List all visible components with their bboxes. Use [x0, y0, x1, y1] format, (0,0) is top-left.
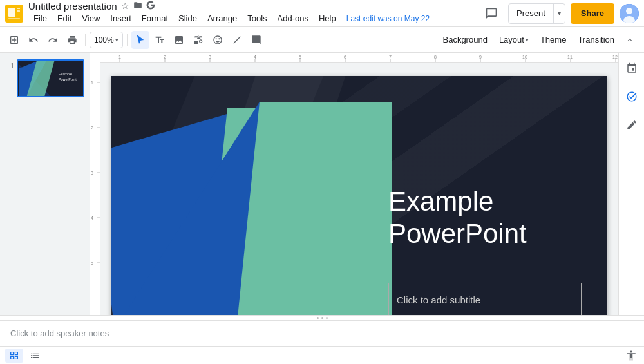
slide-title[interactable]: Example PowerPoint [388, 186, 527, 251]
svg-text:12: 12 [612, 55, 618, 59]
line-tool-button[interactable] [228, 31, 246, 49]
text-tool-button[interactable] [151, 31, 169, 49]
present-main-button[interactable]: Present [509, 4, 554, 23]
handle-dot-1 [317, 317, 319, 319]
collapse-toolbar-button[interactable] [621, 31, 639, 49]
vertical-ruler: 1 2 3 4 5 [90, 63, 100, 315]
title-bar-left: Untitled presentation ☆ File Edit View I… [5, 1, 480, 26]
avatar[interactable] [620, 4, 639, 23]
notes-wrapper: Click to add speaker notes [0, 315, 644, 346]
add-slide-button[interactable] [5, 31, 23, 49]
shapes-button[interactable] [189, 31, 207, 49]
last-edit[interactable]: Last edit was on May 22 [341, 12, 435, 26]
theme-button[interactable]: Theme [535, 31, 571, 49]
svg-point-6 [626, 8, 632, 14]
layout-button[interactable]: Layout ▾ [494, 31, 534, 49]
svg-text:3: 3 [91, 171, 93, 175]
slide-svg-shapes [111, 76, 607, 315]
folder-icon[interactable] [133, 1, 142, 11]
title-area: Untitled presentation ☆ File Edit View I… [28, 1, 435, 26]
drive-icon[interactable] [146, 1, 155, 11]
svg-rect-16 [100, 53, 618, 63]
svg-rect-1 [8, 8, 15, 17]
handle-dot-2 [321, 317, 323, 319]
share-button[interactable]: Share [571, 3, 614, 24]
menu-view[interactable]: View [77, 11, 105, 26]
ruler-corner [90, 53, 100, 63]
undo-button[interactable] [24, 31, 43, 49]
chat-button[interactable] [480, 2, 503, 25]
menu-bar: File Edit View Insert Format Slide Arran… [28, 11, 435, 26]
pencil-icon-button[interactable] [621, 115, 642, 135]
menu-slide[interactable]: Slide [173, 11, 202, 26]
menu-arrange[interactable]: Arrange [202, 11, 242, 26]
svg-text:4: 4 [91, 216, 93, 220]
svg-text:2: 2 [164, 55, 166, 59]
notes-handle-dots [317, 317, 328, 319]
present-button-group: Present ▾ [508, 3, 565, 24]
svg-rect-2 [17, 8, 20, 9]
image-button[interactable] [170, 31, 188, 49]
svg-text:Example: Example [59, 72, 72, 76]
zoom-arrow: ▾ [115, 37, 118, 43]
emoji-button[interactable] [209, 31, 227, 49]
slide-subtitle-box[interactable]: Click to add subtitle [388, 283, 582, 315]
slide-1-thumbnail[interactable]: Example PowerPoint [17, 59, 84, 97]
svg-text:9: 9 [479, 55, 482, 59]
handle-dot-3 [326, 317, 328, 319]
title-bar-right: Present ▾ Share [480, 2, 639, 25]
menu-addons[interactable]: Add-ons [272, 11, 314, 26]
svg-text:11: 11 [567, 55, 573, 59]
bottom-left [5, 349, 44, 363]
background-button[interactable]: Background [437, 31, 492, 49]
notes-resize-handle[interactable] [0, 315, 644, 320]
slide-subtitle-text: Click to add subtitle [397, 294, 480, 305]
list-view-button[interactable] [26, 349, 44, 363]
print-button[interactable] [63, 31, 81, 49]
calendar-icon-button[interactable] [621, 58, 642, 79]
menu-help[interactable]: Help [314, 11, 341, 26]
menu-insert[interactable]: Insert [105, 11, 137, 26]
menu-edit[interactable]: Edit [52, 11, 77, 26]
menu-format[interactable]: Format [137, 11, 173, 26]
svg-text:4: 4 [254, 55, 256, 59]
tasks-icon-button[interactable] [621, 86, 642, 107]
toolbar-divider-1 [85, 34, 86, 46]
canvas-with-rulers: 1 2 3 4 5 6 7 8 [90, 53, 618, 315]
svg-text:5: 5 [91, 261, 93, 265]
zoom-control[interactable]: 100% ▾ [90, 32, 123, 48]
main-slide[interactable]: Example PowerPoint Click to add subtitle [111, 76, 607, 315]
svg-text:1: 1 [118, 55, 121, 59]
slides-panel: 1 Example PowerPoint [0, 53, 90, 315]
menu-tools[interactable]: Tools [242, 11, 272, 26]
comment-button[interactable] [247, 31, 265, 49]
grid-view-button[interactable] [5, 349, 23, 363]
svg-text:7: 7 [389, 55, 392, 59]
notes-placeholder: Click to add speaker notes [10, 329, 109, 338]
bottom-bar [0, 346, 644, 364]
slide-title-line2: PowerPoint [388, 218, 527, 250]
doc-title-text[interactable]: Untitled presentation [28, 1, 117, 11]
accessibility-button[interactable] [623, 348, 639, 363]
zoom-value: 100% [94, 35, 114, 44]
svg-text:2: 2 [91, 126, 93, 130]
svg-rect-3 [17, 10, 20, 12]
svg-text:PowerPoint: PowerPoint [59, 77, 77, 81]
toolbar-right: Background Layout ▾ Theme Transition [437, 31, 639, 49]
horizontal-ruler: 1 2 3 4 5 6 7 8 [100, 53, 618, 63]
star-icon[interactable]: ☆ [121, 1, 129, 10]
present-dropdown-arrow[interactable]: ▾ [554, 4, 565, 23]
title-bar: Untitled presentation ☆ File Edit View I… [0, 0, 644, 27]
menu-file[interactable]: File [28, 11, 52, 26]
ruler-row: 1 2 3 4 5 6 7 8 [90, 53, 618, 63]
slide-1-container: 1 Example PowerPoint [0, 58, 90, 99]
canvas-main: 1 2 3 4 5 [90, 63, 618, 315]
slide-canvas-container[interactable]: Example PowerPoint Click to add subtitle [100, 63, 618, 315]
select-tool-button[interactable] [131, 31, 149, 49]
notes-area[interactable]: Click to add speaker notes [0, 320, 644, 346]
transition-button[interactable]: Transition [573, 31, 620, 49]
svg-marker-58 [234, 102, 392, 315]
redo-button[interactable] [44, 31, 62, 49]
svg-rect-41 [90, 63, 100, 315]
slide-1-number: 1 [5, 59, 14, 70]
